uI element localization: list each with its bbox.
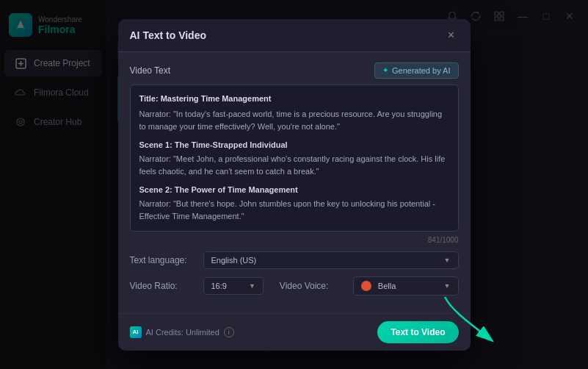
video-voice-select[interactable]: Bella ▼ — [353, 276, 459, 295]
narrator-intro: Narrator: "In today's fast-paced world, … — [139, 108, 449, 133]
video-options-row: Video Ratio: 16:9 ▼ Video Voice: Bella ▼ — [130, 276, 459, 295]
chevron-down-icon: ▼ — [444, 282, 451, 290]
scene2-narrator: Narrator: "But there's hope. John stumbl… — [139, 198, 449, 223]
voice-avatar-icon — [361, 281, 371, 291]
video-ratio-label: Video Ratio: — [130, 281, 196, 291]
text-language-row: Text language: English (US) ▼ — [130, 251, 459, 269]
char-count: 841/1000 — [130, 236, 459, 244]
scene2-header: Scene 2: The Power of Time Management — [139, 184, 449, 196]
ai-credits-area: AI AI Credits: Unlimited i — [130, 326, 234, 338]
chevron-down-icon: ▼ — [444, 257, 451, 264]
scene1-header: Scene 1: The Time-Strapped Individual — [139, 139, 449, 151]
video-voice-label: Video Voice: — [280, 281, 346, 291]
ai-credits-icon: AI — [130, 326, 142, 338]
video-text-area[interactable]: Title: Mastering Time Management Narrato… — [130, 85, 459, 232]
scene1-narrator: Narrator: "Meet John, a professional who… — [139, 153, 449, 178]
ai-credits-text: AI Credits: Unlimited — [146, 328, 219, 337]
info-icon[interactable]: i — [224, 327, 234, 337]
text-language-label: Text language: — [130, 255, 196, 265]
modal-title: AI Text to Video — [130, 29, 207, 41]
text-title: Title: Mastering Time Management — [139, 93, 449, 105]
modal-body: Video Text Generated by AI Title: Master… — [118, 52, 471, 313]
modal-close-button[interactable]: × — [444, 28, 459, 43]
video-ratio-select[interactable]: 16:9 ▼ — [203, 277, 264, 295]
scene3-header: Scene 3: Time Management Tips — [139, 229, 449, 232]
ai-text-to-video-modal: AI Text to Video × Video Text Generated … — [118, 19, 471, 351]
section-header: Video Text Generated by AI — [130, 62, 459, 79]
modal-header: AI Text to Video × — [118, 19, 471, 52]
text-to-video-button[interactable]: Text to Video — [377, 321, 458, 343]
modal-overlay: AI Text to Video × Video Text Generated … — [0, 0, 588, 369]
modal-footer: AI AI Credits: Unlimited i Text to Video — [118, 313, 471, 351]
chevron-down-icon: ▼ — [249, 282, 255, 290]
text-language-select[interactable]: English (US) ▼ — [203, 251, 459, 269]
video-text-label: Video Text — [130, 65, 171, 76]
generated-by-ai-button[interactable]: Generated by AI — [374, 62, 459, 79]
